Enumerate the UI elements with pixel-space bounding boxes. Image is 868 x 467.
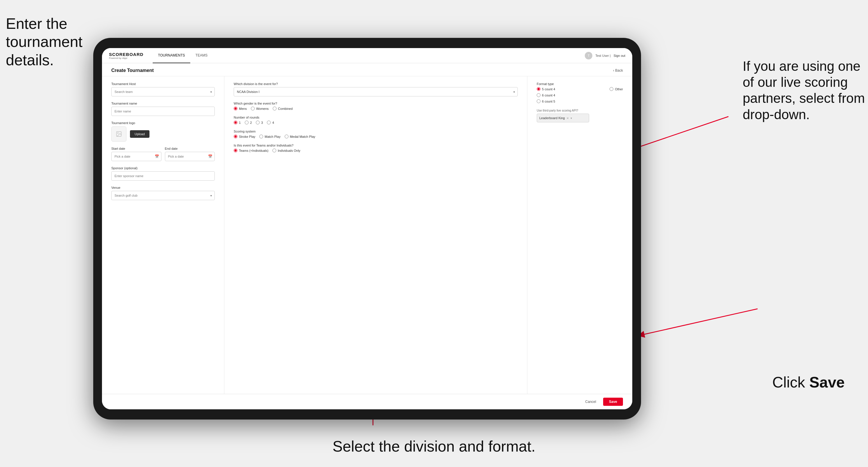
brand-sub: Powered by clippi: [109, 57, 143, 59]
navbar-brand: SCOREBOARD Powered by clippi: [109, 52, 143, 59]
gender-radio-group: Mens Womens Combined: [234, 106, 518, 111]
format-left: 5 count 4 6 count 4 6 count 5: [537, 87, 555, 103]
individuals-only[interactable]: Individuals Only: [273, 149, 301, 152]
rounds-2-label: 2: [250, 121, 252, 124]
annotation-enter-tournament: Enter the tournament details.: [6, 14, 105, 69]
division-select[interactable]: NCAA Division I: [234, 87, 518, 96]
gender-mens-label: Mens: [239, 107, 247, 111]
format-other-label: Other: [615, 87, 623, 91]
annotation-live-scoring: If you are using one of our live scoring…: [743, 58, 865, 123]
tournament-logo-label: Tournament logo: [111, 121, 215, 125]
teams-plus-label: Teams (+Individuals): [239, 149, 268, 152]
save-button[interactable]: Save: [603, 398, 623, 406]
navbar-tabs: TOURNAMENTS TEAMS: [153, 48, 585, 63]
venue-group: Venue: [111, 186, 215, 200]
format-right: Other: [610, 87, 623, 91]
scoring-match-label: Match Play: [265, 135, 280, 138]
end-date-group: End date 📅: [165, 147, 215, 161]
scoring-match[interactable]: Match Play: [259, 134, 280, 138]
rounds-4[interactable]: 4: [267, 121, 274, 124]
form-col-middle: Which division is the event for? NCAA Di…: [224, 76, 527, 394]
api-tag-remove[interactable]: ×: [566, 116, 569, 120]
rounds-3-label: 3: [261, 121, 263, 124]
page-header: Create Tournament ‹ Back: [102, 63, 632, 76]
tablet-shell: SCOREBOARD Powered by clippi TOURNAMENTS…: [93, 38, 641, 419]
format-other[interactable]: Other: [610, 87, 623, 91]
tournament-name-label: Tournament name: [111, 102, 215, 105]
tournament-logo-group: Tournament logo Upload: [111, 121, 215, 142]
sign-out-link[interactable]: Sign out: [614, 54, 625, 57]
scoring-radio-group: Stroke Play Match Play Medal Match Play: [234, 134, 518, 138]
gender-group: Which gender is the event for? Mens Wome…: [234, 102, 518, 111]
bottom-bar: Cancel Save: [102, 394, 632, 409]
cancel-button[interactable]: Cancel: [581, 398, 600, 406]
gender-womens-label: Womens: [256, 107, 269, 111]
api-input-wrapper: Leaderboard King × ▾: [537, 114, 623, 122]
tablet-screen: SCOREBOARD Powered by clippi TOURNAMENTS…: [102, 48, 632, 409]
format-6count4-label: 6 count 4: [542, 94, 555, 97]
rounds-3[interactable]: 3: [256, 121, 263, 124]
click-save-bold: Save: [809, 374, 845, 391]
navbar: SCOREBOARD Powered by clippi TOURNAMENTS…: [102, 48, 632, 63]
gender-mens[interactable]: Mens: [234, 106, 247, 111]
format-5count4[interactable]: 5 count 4: [537, 87, 555, 91]
venue-input[interactable]: [111, 191, 215, 200]
gender-womens[interactable]: Womens: [251, 106, 269, 111]
date-row: Start date 📅 End date 📅: [111, 147, 215, 161]
form-area: Tournament Host Tournament name Tourname…: [102, 76, 632, 394]
start-date-input[interactable]: [111, 152, 161, 161]
api-label: Use third-party live scoring API?: [537, 109, 623, 112]
scoring-medal-label: Medal Match Play: [290, 135, 315, 138]
format-6count4[interactable]: 6 count 4: [537, 93, 555, 97]
api-tag[interactable]: Leaderboard King × ▾: [537, 114, 589, 122]
tournament-name-group: Tournament name: [111, 102, 215, 116]
teams-plus-individuals[interactable]: Teams (+Individuals): [234, 149, 268, 152]
gender-combined[interactable]: Combined: [273, 106, 292, 111]
logo-upload-area: Upload: [111, 126, 215, 142]
rounds-2[interactable]: 2: [245, 121, 252, 124]
upload-button[interactable]: Upload: [130, 130, 150, 138]
gender-combined-label: Combined: [278, 107, 292, 111]
division-wrapper: NCAA Division I: [234, 87, 518, 96]
api-tag-dropdown[interactable]: ▾: [570, 117, 572, 120]
teams-label: Is this event for Teams and/or Individua…: [234, 144, 518, 147]
scoring-stroke-label: Stroke Play: [239, 135, 255, 138]
svg-point-5: [117, 132, 118, 133]
format-6count5[interactable]: 6 count 5: [537, 99, 555, 103]
tournament-host-group: Tournament Host: [111, 82, 215, 96]
tournament-host-wrapper: [111, 87, 215, 96]
format-type-label: Format type: [537, 82, 623, 86]
tournament-host-label: Tournament Host: [111, 82, 215, 86]
tournament-name-input[interactable]: [111, 106, 215, 116]
form-col-right: Format type 5 count 4 6 count 4: [527, 76, 632, 394]
venue-wrapper: [111, 191, 215, 200]
end-date-input[interactable]: [165, 152, 215, 161]
scoring-stroke[interactable]: Stroke Play: [234, 134, 255, 138]
rounds-1[interactable]: 1: [234, 121, 241, 124]
scoring-medal[interactable]: Medal Match Play: [285, 134, 315, 138]
annotation-select-division: Select the division and format.: [333, 437, 535, 455]
back-link[interactable]: ‹ Back: [613, 68, 623, 72]
format-5count4-label: 5 count 4: [542, 87, 555, 91]
rounds-label: Number of rounds: [234, 116, 518, 119]
format-row: 5 count 4 6 count 4 6 count 5: [537, 87, 623, 103]
page-title: Create Tournament: [111, 68, 154, 73]
svg-line-2: [641, 309, 757, 335]
start-date-wrapper: 📅: [111, 152, 161, 161]
individuals-only-label: Individuals Only: [278, 149, 301, 152]
user-avatar: T: [585, 52, 592, 59]
brand-title: SCOREBOARD: [109, 52, 143, 57]
gender-label: Which gender is the event for?: [234, 102, 518, 105]
tab-teams[interactable]: TEAMS: [190, 48, 213, 63]
division-group: Which division is the event for? NCAA Di…: [234, 82, 518, 96]
scoring-group: Scoring system Stroke Play Match Play: [234, 130, 518, 138]
tournament-host-input[interactable]: [111, 87, 215, 96]
end-date-label: End date: [165, 147, 215, 150]
venue-label: Venue: [111, 186, 215, 189]
calendar-icon-start: 📅: [155, 154, 159, 158]
tab-tournaments[interactable]: TOURNAMENTS: [153, 48, 190, 63]
format-6count5-label: 6 count 5: [542, 100, 555, 103]
sponsor-label: Sponsor (optional): [111, 166, 215, 170]
sponsor-input[interactable]: [111, 171, 215, 181]
rounds-group: Number of rounds 1 2: [234, 116, 518, 124]
